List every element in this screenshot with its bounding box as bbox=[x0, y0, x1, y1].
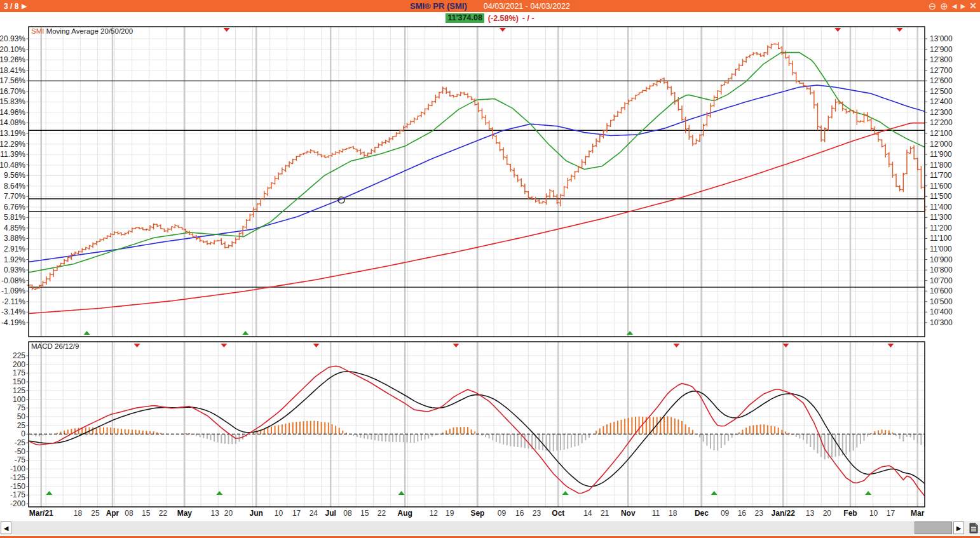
date-axis-label: 24 bbox=[310, 509, 318, 518]
left-axis-label: 5.81% bbox=[4, 213, 25, 222]
date-axis-label: Jul bbox=[325, 509, 336, 518]
date-axis-label: 16 bbox=[738, 509, 747, 518]
macd-axis-label: 50 bbox=[17, 412, 26, 421]
date-axis-label: Oct bbox=[552, 509, 564, 518]
date-axis-label: Jun bbox=[249, 509, 262, 518]
date-axis-label: 15 bbox=[360, 509, 369, 518]
macd-axis-label: -125 bbox=[10, 473, 25, 482]
date-axis-label: 21 bbox=[601, 509, 609, 518]
left-axis-label: -3.14% bbox=[1, 307, 25, 316]
report-icon bbox=[969, 523, 978, 534]
macd-axis-label: -150 bbox=[10, 482, 25, 491]
left-axis-label: 13.19% bbox=[0, 129, 25, 138]
right-axis-label: 12'800 bbox=[930, 55, 953, 64]
right-axis-label: 12'700 bbox=[930, 66, 953, 75]
left-axis-label: 8.64% bbox=[4, 182, 25, 191]
left-axis-label: 0.93% bbox=[4, 266, 25, 274]
macd-axis-label: -175 bbox=[10, 490, 25, 499]
macd-axis-label: -100 bbox=[10, 464, 25, 473]
macd-buy-signal-icon bbox=[711, 491, 718, 495]
right-axis-label: 11'800 bbox=[930, 161, 952, 170]
right-axis-label: 10'500 bbox=[930, 297, 953, 306]
date-axis-label: 13 bbox=[211, 509, 220, 518]
date-axis-label: 10 bbox=[275, 509, 283, 518]
macd-axis-label: 150 bbox=[13, 377, 25, 386]
scrollbar-thumb[interactable] bbox=[915, 521, 952, 534]
right-axis-label: 11'400 bbox=[930, 203, 952, 212]
right-axis-label: 11'600 bbox=[930, 182, 952, 191]
date-axis-label: 09 bbox=[498, 509, 507, 518]
right-axis-label: 12'600 bbox=[930, 76, 953, 85]
right-axis-label: 12'000 bbox=[930, 140, 953, 149]
date-axis-label: Nov bbox=[621, 509, 636, 518]
macd-axis-label: 200 bbox=[13, 360, 25, 369]
right-axis-label: 11'900 bbox=[930, 150, 952, 159]
scroll-left-icon: ◀ bbox=[4, 525, 9, 532]
macd-axis-label: 175 bbox=[13, 368, 25, 377]
right-axis-label: 10'600 bbox=[930, 286, 953, 295]
right-axis-label: 13'000 bbox=[930, 34, 953, 43]
left-axis-label: 11.39% bbox=[0, 150, 25, 159]
right-axis-label: 10'900 bbox=[930, 255, 953, 264]
chart-window: 3 / 8 ▶ SMI® PR (SMI) 04/03/2021 - 04/03… bbox=[0, 0, 980, 538]
date-axis-label: Feb bbox=[843, 509, 857, 518]
left-axis-label: -1.09% bbox=[1, 286, 25, 295]
date-axis-label: 23 bbox=[754, 509, 763, 518]
macd-sell-signal-icon bbox=[221, 344, 227, 347]
date-axis-label: 17 bbox=[887, 509, 895, 518]
price-legend: SMI Moving Average 20/50/200 bbox=[31, 27, 133, 35]
date-axis-label: 19 bbox=[446, 509, 454, 518]
date-axis-label: 11 bbox=[652, 509, 660, 518]
left-axis-label: 2.91% bbox=[4, 245, 25, 253]
right-axis-label: 11'200 bbox=[930, 224, 952, 232]
scroll-right-button[interactable]: ▶ bbox=[953, 521, 964, 534]
date-axis-label: May bbox=[177, 509, 193, 518]
sell-signal-icon bbox=[500, 28, 506, 32]
macd-sell-signal-icon bbox=[887, 344, 894, 347]
macd-sell-signal-icon bbox=[134, 344, 140, 347]
macd-axis-label: 0 bbox=[21, 429, 25, 438]
chart-canvas[interactable]: SMI Moving Average 20/50/200MACD 26/12/9… bbox=[0, 0, 980, 521]
date-axis-label: Mar/21 bbox=[29, 509, 53, 518]
right-axis-label: 11'300 bbox=[930, 213, 952, 222]
macd-axis-label: -25 bbox=[15, 438, 26, 447]
date-axis-label: 20 bbox=[823, 509, 832, 518]
sell-signal-icon bbox=[897, 28, 903, 32]
left-axis-label: -0.08% bbox=[1, 276, 25, 285]
date-axis-label: 10 bbox=[869, 509, 878, 518]
report-button[interactable] bbox=[968, 521, 979, 534]
right-axis-label: 11'100 bbox=[930, 234, 952, 243]
left-axis-label: 4.85% bbox=[4, 224, 25, 232]
left-axis-label: 16.70% bbox=[0, 87, 25, 96]
left-axis-label: 6.76% bbox=[4, 203, 25, 212]
date-axis-label: 16 bbox=[515, 509, 524, 518]
date-axis-label: Dec bbox=[695, 509, 709, 518]
date-axis-label: 18 bbox=[669, 509, 677, 518]
date-axis-label: Aug bbox=[398, 509, 412, 518]
date-axis-label: 08 bbox=[343, 509, 352, 518]
date-axis-label: 08 bbox=[125, 509, 133, 518]
macd-axis-label: 125 bbox=[13, 386, 25, 395]
macd-axis-label: 75 bbox=[17, 403, 26, 412]
left-axis-label: 12.29% bbox=[0, 140, 25, 149]
date-axis-label: 23 bbox=[533, 509, 541, 518]
right-axis-label: 11'000 bbox=[930, 245, 952, 253]
date-axis-label: 12 bbox=[430, 509, 439, 518]
left-axis-label: 14.08% bbox=[0, 118, 25, 127]
macd-buy-signal-icon bbox=[216, 491, 222, 495]
right-axis-label: 10'800 bbox=[930, 266, 953, 274]
date-axis-label: Jan/22 bbox=[772, 509, 796, 518]
right-axis-label: 10'700 bbox=[930, 276, 953, 285]
right-axis-label: 12'100 bbox=[930, 129, 953, 138]
scroll-left-button[interactable]: ◀ bbox=[1, 521, 11, 534]
scrollbar-track[interactable] bbox=[12, 521, 953, 534]
left-axis-label: 9.56% bbox=[4, 171, 25, 180]
macd-axis-label: 225 bbox=[13, 351, 25, 360]
right-axis-label: 10'300 bbox=[930, 318, 953, 327]
date-axis-label: 25 bbox=[91, 509, 100, 518]
date-axis-label: 22 bbox=[159, 509, 168, 518]
scrollbar-row: ◀ ▶ bbox=[0, 521, 980, 535]
macd-axis-label: -75 bbox=[15, 455, 26, 464]
date-axis-label: 15 bbox=[142, 509, 151, 518]
right-axis-label: 12'400 bbox=[930, 97, 953, 106]
